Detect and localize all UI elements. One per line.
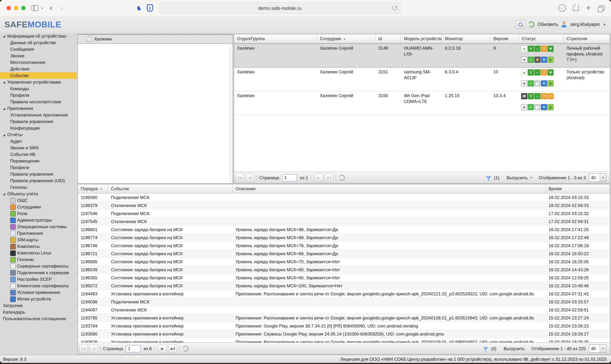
share-icon[interactable]: [573, 5, 579, 11]
user-menu-caret-icon[interactable]: ▼: [603, 23, 606, 26]
minimize-window-button[interactable]: [14, 6, 18, 10]
sidebar-item-профили[interactable]: Профили: [0, 164, 77, 171]
sidebar-item-отчёты[interactable]: ◢Отчёты: [0, 131, 77, 138]
sidebar-item-события-иб[interactable]: События ИБ: [0, 151, 77, 158]
group-tree-node[interactable]: Халяпин: [78, 34, 233, 44]
event-row[interactable]: 1193680Установка приложения в контейнерП…: [78, 330, 610, 338]
new-tab-icon[interactable]: +: [586, 4, 591, 13]
device-row[interactable]: ХаляпинХаляпин Сергей3151samsung SM-A013…: [234, 67, 610, 91]
sidebar-item-правила-несоответствия[interactable]: Правила несоответствия: [0, 99, 77, 105]
table-refresh-icon[interactable]: [339, 175, 345, 181]
forward-button[interactable]: ›: [60, 4, 63, 12]
expand-triangle-icon[interactable]: ◢: [3, 35, 6, 38]
sidebar-item-информация-об-устройствах[interactable]: ◢Информация об устройствах: [0, 33, 77, 39]
sidebar-item-администраторы[interactable]: Администраторы: [0, 217, 77, 223]
column-header-4[interactable]: Модель устройства: [401, 34, 442, 43]
sidebar-item-аудит[interactable]: Аудит: [0, 138, 77, 144]
sidebar-item-приложения[interactable]: Приложения: [0, 230, 77, 237]
event-row[interactable]: 1197546Подключение МСК17.02.2024 03:15:3…: [78, 209, 610, 218]
column-header-1[interactable]: Отдел/Группа: [234, 34, 317, 43]
column-header-3[interactable]: Описание: [233, 184, 546, 193]
user-menu[interactable]: serg.khalyapin: [570, 22, 600, 27]
sidebar-item-роли[interactable]: Роли: [0, 210, 77, 217]
sidebar-item-ошс[interactable]: ОШС: [0, 197, 77, 204]
event-row[interactable]: 1199379Отключение МСК18.02.2024 02:59:33: [78, 202, 610, 209]
sidebar-item-команды[interactable]: Команды: [0, 85, 77, 92]
sidebar-item-геозоны[interactable]: Геозоны: [0, 256, 77, 263]
sidebar-item-события[interactable]: События: [0, 72, 77, 79]
sidebar-item-звонки[interactable]: Звонки: [0, 52, 77, 59]
sidebar-item-серверные-сертификаты[interactable]: Серверные сертификаты: [0, 263, 77, 269]
sidebar-item-объекты-учёта[interactable]: ◢Объекты учёта: [0, 191, 77, 197]
column-header-7[interactable]: Статус: [519, 34, 563, 43]
sidebar-item-пользовательское-соглашение[interactable]: Пользовательское соглашение: [0, 315, 77, 322]
event-row[interactable]: 1196774Состояние заряда батареи на МСКУр…: [78, 234, 610, 242]
event-row[interactable]: 1194098Подключение МСК16.02.2024 03:15:5…: [78, 298, 610, 306]
device-row[interactable]: ХаляпинХаляпин Сергей31504th Gen iPad CD…: [234, 91, 610, 115]
reload-icon[interactable]: [392, 5, 397, 10]
table-refresh-icon[interactable]: [182, 346, 188, 351]
last-page-button[interactable]: ▶: [325, 173, 333, 182]
first-page-button[interactable]: ◀: [235, 173, 244, 182]
column-header-5[interactable]: Монитор: [442, 34, 491, 43]
tab-overview-icon[interactable]: [599, 5, 604, 11]
column-header-1[interactable]: Порядок▼: [78, 184, 108, 193]
zoom-window-button[interactable]: [21, 6, 26, 10]
sidebar-item-метки-устройств[interactable]: Метки устройств: [0, 296, 77, 302]
sidebar-item-управление-устройствами[interactable]: ◢Управление устройствами: [0, 79, 77, 85]
next-page-button[interactable]: ▶: [314, 173, 323, 182]
expand-triangle-icon[interactable]: ◢: [3, 192, 6, 195]
prev-page-button[interactable]: ◀: [90, 344, 98, 353]
sidebar-item-настройки-scep[interactable]: Настройки SCEP: [0, 276, 77, 283]
next-page-button[interactable]: ▶: [158, 344, 167, 353]
event-row[interactable]: 1196746Состояние заряда батареи на МСКУр…: [78, 242, 610, 250]
search-button[interactable]: [516, 20, 525, 29]
sidebar-item-данные-об-устройстве[interactable]: Данные об устройстве: [0, 39, 77, 46]
expand-triangle-icon[interactable]: ◢: [3, 81, 6, 84]
sidebar-item-правила-управления[interactable]: Правила управления: [0, 118, 77, 125]
sidebar-item-сотрудники[interactable]: Сотрудники: [0, 204, 77, 210]
event-row[interactable]: 1199380Подключение МСК18.02.2024 03:15:3…: [78, 194, 610, 202]
page-size-select[interactable]: 40▼: [589, 344, 606, 353]
group-panel-scrollbar[interactable]: [230, 44, 233, 183]
downloads-icon[interactable]: ↓: [558, 4, 566, 12]
sidebar-item-геозоны[interactable]: Геозоны: [0, 184, 77, 191]
sidebar-item-установленные-приложения[interactable]: Установленные приложения: [0, 112, 77, 118]
sidebar-toggle-icon[interactable]: [31, 5, 38, 11]
sidebar-item-клиентские-сертификаты[interactable]: Клиентские сертификаты: [0, 283, 77, 289]
event-row[interactable]: 1194483Установка приложения в контейнерП…: [78, 290, 610, 298]
sidebar-item-профили[interactable]: Профили: [0, 92, 77, 99]
sidebar-item-сообщения[interactable]: Сообщения: [0, 46, 77, 52]
back-button[interactable]: ‹: [50, 4, 52, 12]
close-window-button[interactable]: [7, 6, 11, 10]
shield-extension-icon[interactable]: ∥: [147, 4, 153, 12]
column-header-6[interactable]: Версия: [491, 34, 519, 43]
sidebar-item-приложения[interactable]: ◢Приложения: [0, 105, 77, 112]
chevron-down-icon[interactable]: ▾: [41, 6, 43, 10]
page-size-dropdown-icon[interactable]: ▼: [600, 345, 606, 352]
event-row[interactable]: 1193785Установка приложения в контейнерП…: [78, 314, 610, 322]
prev-page-button[interactable]: ◀: [246, 173, 255, 182]
sidebar-item-условия-применения[interactable]: Условия применения: [0, 289, 77, 296]
filter-icon[interactable]: [486, 176, 491, 179]
column-header-4[interactable]: Время: [546, 184, 610, 193]
sidebar-item-комплекты-linux[interactable]: Комплекты Linux: [0, 250, 77, 256]
event-row[interactable]: 1193784Установка приложения в контейнерП…: [78, 322, 610, 330]
export-button[interactable]: Выгрузить: [504, 346, 525, 351]
export-caret-icon[interactable]: ▾: [531, 176, 532, 179]
sidebar-item-действия[interactable]: Действия: [0, 66, 77, 72]
column-header-2[interactable]: Событие: [108, 184, 233, 193]
page-size-dropdown-icon[interactable]: ▼: [600, 174, 606, 182]
export-button[interactable]: Выгрузить: [507, 175, 528, 180]
sidebar-item-загрузчик[interactable]: Загрузчик: [0, 302, 77, 309]
sidebar-item-конфигурации[interactable]: Конфигурации: [0, 125, 77, 131]
column-header-2[interactable]: Сотрудник▲: [317, 34, 376, 43]
last-page-button[interactable]: ▶: [168, 344, 177, 353]
column-header-3[interactable]: id: [376, 34, 401, 43]
first-page-button[interactable]: ◀: [79, 344, 88, 353]
event-row[interactable]: 1193676Установка приложения в контейнерП…: [78, 338, 610, 342]
sidebar-item-местоположения[interactable]: Местоположения: [0, 59, 77, 66]
event-row[interactable]: 1195072Состояние заряда батареи на МСКУр…: [78, 282, 610, 290]
event-row[interactable]: 1194097Отключение МСК16.02.2024 02:59:51: [78, 306, 610, 314]
event-row[interactable]: 1196721Состояние заряда батареи на МСКУр…: [78, 250, 610, 258]
